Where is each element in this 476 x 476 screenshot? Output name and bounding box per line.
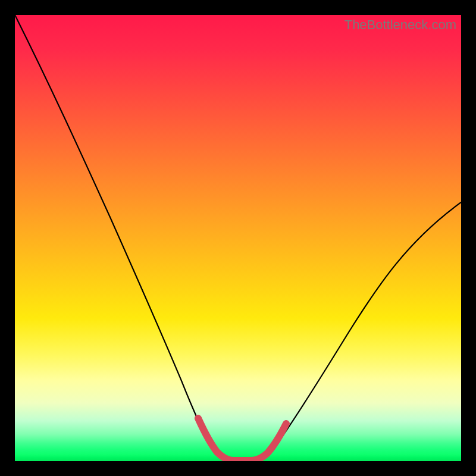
chart-container: TheBottleneck.com	[0, 0, 476, 476]
bottleneck-curve-path	[15, 15, 461, 461]
watermark-text: TheBottleneck.com	[345, 17, 456, 33]
curve-svg	[15, 15, 461, 461]
plot-area: TheBottleneck.com	[15, 15, 461, 461]
optimal-range-marker-path	[198, 418, 286, 461]
